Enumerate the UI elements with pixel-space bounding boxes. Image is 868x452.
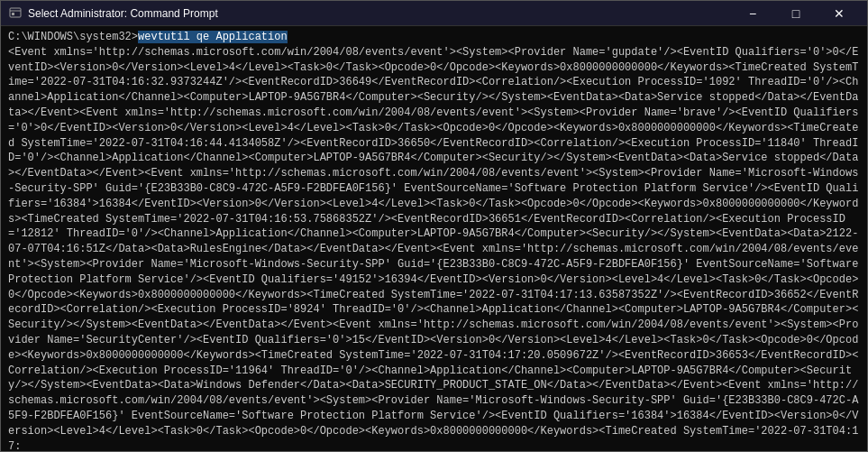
- minimize-button[interactable]: −: [732, 1, 773, 26]
- terminal-body[interactable]: C:\WINDOWS\system32>wevtutil qe Applicat…: [1, 26, 867, 451]
- command-text: wevtutil qe Application: [138, 31, 288, 43]
- close-button[interactable]: ✕: [818, 1, 860, 26]
- window-controls: − □ ✕: [732, 1, 860, 26]
- svg-rect-2: [12, 13, 14, 15]
- title-bar-text: Select Administrator: Command Prompt: [28, 7, 732, 20]
- title-bar: Select Administrator: Command Prompt − □…: [1, 1, 867, 26]
- window-icon: [8, 6, 23, 21]
- command-prompt-window: Select Administrator: Command Prompt − □…: [0, 0, 868, 452]
- prompt-text: C:\WINDOWS\system32>: [8, 31, 138, 43]
- output-text: <Event xmlns='http://schemas.microsoft.c…: [8, 46, 865, 451]
- svg-rect-0: [10, 8, 21, 17]
- maximize-button[interactable]: □: [775, 1, 817, 26]
